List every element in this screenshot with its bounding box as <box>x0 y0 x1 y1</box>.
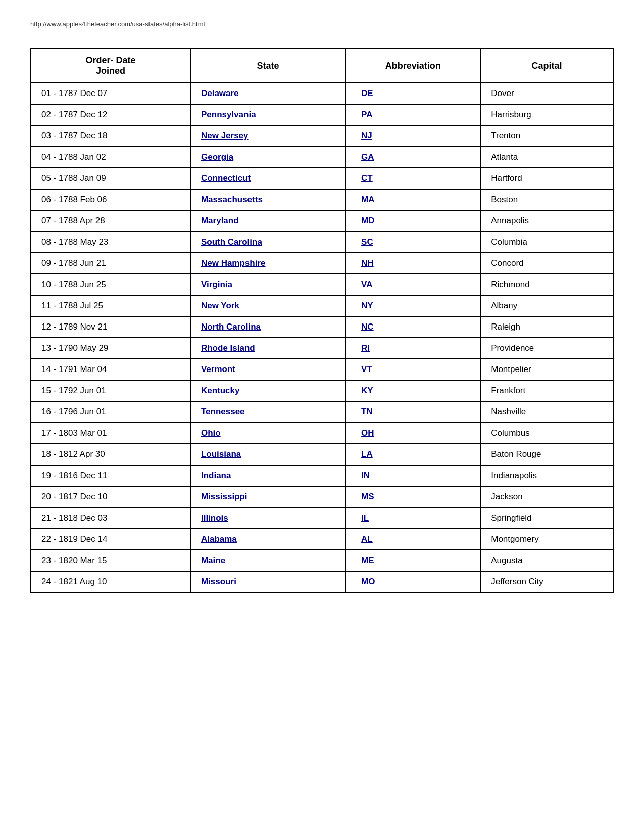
cell-order: 07 - 1788 Apr 28 <box>31 210 190 231</box>
cell-abbreviation[interactable]: DE <box>345 83 480 104</box>
state-link[interactable]: New Jersey <box>201 131 249 141</box>
cell-state[interactable]: South Carolina <box>190 231 345 253</box>
abbr-link[interactable]: TN <box>361 407 373 416</box>
abbr-link[interactable]: MA <box>361 195 374 204</box>
cell-abbreviation[interactable]: PA <box>345 104 480 125</box>
state-link[interactable]: Connecticut <box>201 173 251 183</box>
cell-abbreviation[interactable]: ME <box>345 550 480 571</box>
state-link[interactable]: New York <box>201 301 239 310</box>
abbr-link[interactable]: CT <box>361 173 373 183</box>
state-link[interactable]: Indiana <box>201 471 231 480</box>
cell-state[interactable]: Mississippi <box>190 486 345 507</box>
cell-state[interactable]: Alabama <box>190 529 345 550</box>
abbr-link[interactable]: PA <box>361 110 372 119</box>
cell-abbreviation[interactable]: LA <box>345 444 480 465</box>
state-link[interactable]: Massachusetts <box>201 195 263 204</box>
abbr-link[interactable]: OH <box>361 428 374 438</box>
state-link[interactable]: Tennessee <box>201 407 245 416</box>
state-link[interactable]: South Carolina <box>201 237 262 247</box>
abbr-link[interactable]: SC <box>361 237 373 247</box>
cell-state[interactable]: North Carolina <box>190 316 345 338</box>
abbr-link[interactable]: MD <box>361 216 374 225</box>
abbr-link[interactable]: AL <box>361 534 373 544</box>
cell-abbreviation[interactable]: NC <box>345 316 480 338</box>
state-link[interactable]: Rhode Island <box>201 343 255 353</box>
cell-state[interactable]: New Jersey <box>190 125 345 147</box>
cell-state[interactable]: Rhode Island <box>190 338 345 359</box>
cell-state[interactable]: Tennessee <box>190 401 345 423</box>
state-link[interactable]: Ohio <box>201 428 221 438</box>
state-link[interactable]: Delaware <box>201 88 239 98</box>
cell-state[interactable]: Connecticut <box>190 168 345 189</box>
abbr-link[interactable]: MS <box>361 492 374 501</box>
abbr-link[interactable]: IL <box>361 513 369 523</box>
cell-abbreviation[interactable]: VA <box>345 274 480 295</box>
abbr-link[interactable]: VA <box>361 280 372 289</box>
state-link[interactable]: Georgia <box>201 152 233 162</box>
abbr-link[interactable]: RI <box>361 343 370 353</box>
state-link[interactable]: Illinois <box>201 513 228 523</box>
abbr-link[interactable]: NY <box>361 301 373 310</box>
cell-abbreviation[interactable]: TN <box>345 401 480 423</box>
abbr-link[interactable]: MO <box>361 577 375 586</box>
state-link[interactable]: Vermont <box>201 364 235 374</box>
state-link[interactable]: Maryland <box>201 216 239 225</box>
cell-abbreviation[interactable]: AL <box>345 529 480 550</box>
cell-capital: Springfield <box>480 507 613 529</box>
cell-abbreviation[interactable]: KY <box>345 380 480 401</box>
state-link[interactable]: North Carolina <box>201 322 261 332</box>
cell-state[interactable]: Massachusetts <box>190 189 345 210</box>
cell-abbreviation[interactable]: VT <box>345 359 480 380</box>
cell-abbreviation[interactable]: NH <box>345 253 480 274</box>
cell-abbreviation[interactable]: IL <box>345 507 480 529</box>
state-link[interactable]: Louisiana <box>201 449 241 459</box>
cell-abbreviation[interactable]: MS <box>345 486 480 507</box>
state-link[interactable]: Mississippi <box>201 492 247 501</box>
cell-abbreviation[interactable]: IN <box>345 465 480 486</box>
cell-state[interactable]: Louisiana <box>190 444 345 465</box>
cell-state[interactable]: Virginia <box>190 274 345 295</box>
cell-abbreviation[interactable]: CT <box>345 168 480 189</box>
state-link[interactable]: Maine <box>201 555 225 565</box>
header-order: Order- DateJoined <box>31 49 190 83</box>
cell-state[interactable]: Delaware <box>190 83 345 104</box>
cell-abbreviation[interactable]: SC <box>345 231 480 253</box>
cell-state[interactable]: Georgia <box>190 147 345 168</box>
cell-state[interactable]: Kentucky <box>190 380 345 401</box>
state-link[interactable]: New Hampshire <box>201 258 266 268</box>
cell-state[interactable]: Pennsylvania <box>190 104 345 125</box>
abbr-link[interactable]: GA <box>361 152 374 162</box>
abbr-link[interactable]: NH <box>361 258 374 268</box>
cell-abbreviation[interactable]: NY <box>345 295 480 316</box>
cell-state[interactable]: Maine <box>190 550 345 571</box>
cell-abbreviation[interactable]: NJ <box>345 125 480 147</box>
table-row: 03 - 1787 Dec 18New JerseyNJTrenton <box>31 125 613 147</box>
abbr-link[interactable]: ME <box>361 555 374 565</box>
cell-state[interactable]: Indiana <box>190 465 345 486</box>
cell-state[interactable]: Maryland <box>190 210 345 231</box>
state-link[interactable]: Virginia <box>201 280 232 289</box>
cell-state[interactable]: New York <box>190 295 345 316</box>
cell-abbreviation[interactable]: GA <box>345 147 480 168</box>
cell-abbreviation[interactable]: MA <box>345 189 480 210</box>
abbr-link[interactable]: NJ <box>361 131 372 141</box>
state-link[interactable]: Alabama <box>201 534 237 544</box>
abbr-link[interactable]: DE <box>361 88 373 98</box>
cell-state[interactable]: New Hampshire <box>190 253 345 274</box>
state-link[interactable]: Pennsylvania <box>201 110 256 119</box>
state-link[interactable]: Kentucky <box>201 386 240 395</box>
cell-abbreviation[interactable]: OH <box>345 423 480 444</box>
cell-abbreviation[interactable]: RI <box>345 338 480 359</box>
cell-state[interactable]: Missouri <box>190 571 345 592</box>
abbr-link[interactable]: KY <box>361 386 373 395</box>
cell-abbreviation[interactable]: MO <box>345 571 480 592</box>
cell-state[interactable]: Vermont <box>190 359 345 380</box>
abbr-link[interactable]: LA <box>361 449 373 459</box>
state-link[interactable]: Missouri <box>201 577 236 586</box>
cell-state[interactable]: Illinois <box>190 507 345 529</box>
abbr-link[interactable]: VT <box>361 364 372 374</box>
cell-abbreviation[interactable]: MD <box>345 210 480 231</box>
cell-state[interactable]: Ohio <box>190 423 345 444</box>
abbr-link[interactable]: NC <box>361 322 374 332</box>
abbr-link[interactable]: IN <box>361 471 370 480</box>
